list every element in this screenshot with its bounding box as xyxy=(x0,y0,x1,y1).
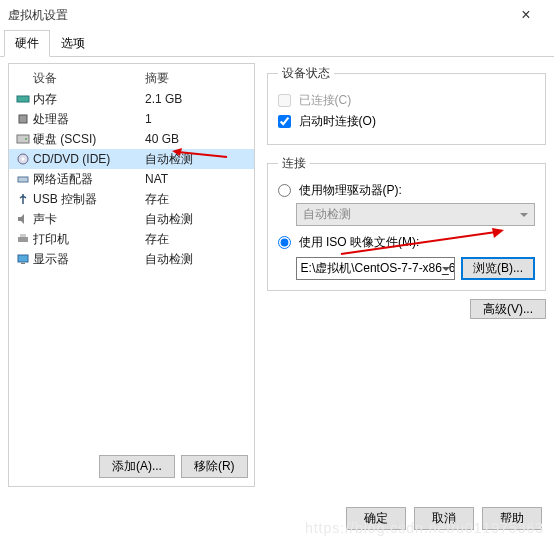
svg-point-5 xyxy=(22,158,25,161)
device-summary: 1 xyxy=(145,112,248,126)
device-summary: NAT xyxy=(145,172,248,186)
status-legend: 设备状态 xyxy=(278,65,334,82)
device-name: CD/DVD (IDE) xyxy=(33,152,145,166)
svg-rect-1 xyxy=(19,115,27,123)
svg-rect-6 xyxy=(18,177,28,182)
tab-hardware[interactable]: 硬件 xyxy=(4,30,50,57)
svg-rect-10 xyxy=(21,263,25,264)
titlebar: 虚拟机设置 × xyxy=(0,0,554,30)
connect-on-label: 启动时连接(O) xyxy=(299,113,376,130)
advanced-row: 高级(V)... xyxy=(267,301,546,318)
svg-rect-7 xyxy=(18,237,28,242)
connected-label: 已连接(C) xyxy=(299,92,352,109)
device-summary: 40 GB xyxy=(145,132,248,146)
list-item[interactable]: CD/DVD (IDE) 自动检测 xyxy=(9,149,254,169)
disk-icon xyxy=(15,132,31,146)
connection-legend: 连接 xyxy=(278,155,310,172)
device-summary: 2.1 GB xyxy=(145,92,248,106)
device-name: USB 控制器 xyxy=(33,191,145,208)
device-panel: 设备 摘要 内存 2.1 GB 处理器 1 硬盘 (SCSI) 40 GB CD… xyxy=(8,63,255,487)
tab-options[interactable]: 选项 xyxy=(50,30,96,57)
remove-button[interactable]: 移除(R) xyxy=(181,455,248,478)
add-button[interactable]: 添加(A)... xyxy=(99,455,175,478)
details-panel: 设备状态 已连接(C) 启动时连接(O) 连接 使用物理驱动器(P): 自动检测… xyxy=(255,63,546,487)
device-summary: 自动检测 xyxy=(145,211,248,228)
list-item[interactable]: 硬盘 (SCSI) 40 GB xyxy=(9,129,254,149)
device-list: 设备 摘要 内存 2.1 GB 处理器 1 硬盘 (SCSI) 40 GB CD… xyxy=(9,64,254,447)
iso-radio[interactable] xyxy=(278,236,291,249)
status-group: 设备状态 已连接(C) 启动时连接(O) xyxy=(267,65,546,145)
content-area: 设备 摘要 内存 2.1 GB 处理器 1 硬盘 (SCSI) 40 GB CD… xyxy=(0,57,554,493)
watermark: https://blog.csdn.net/u011975363 xyxy=(305,520,544,536)
iso-row: E:\虚拟机\CentOS-7-7-x86_64 浏览(B)... xyxy=(296,257,535,280)
device-summary: 存在 xyxy=(145,231,248,248)
network-icon xyxy=(15,172,31,186)
list-item[interactable]: 网络适配器 NAT xyxy=(9,169,254,189)
browse-button[interactable]: 浏览(B)... xyxy=(461,257,535,280)
usb-icon xyxy=(15,192,31,206)
cd-icon xyxy=(15,152,31,166)
list-header: 设备 摘要 xyxy=(9,64,254,89)
device-name: 声卡 xyxy=(33,211,145,228)
list-item[interactable]: USB 控制器 存在 xyxy=(9,189,254,209)
svg-point-3 xyxy=(25,138,27,140)
device-name: 打印机 xyxy=(33,231,145,248)
list-item[interactable]: 内存 2.1 GB xyxy=(9,89,254,109)
svg-rect-9 xyxy=(18,255,28,262)
close-icon[interactable]: × xyxy=(506,6,546,24)
header-summary: 摘要 xyxy=(145,70,248,87)
connected-row: 已连接(C) xyxy=(278,92,535,109)
connect-on-checkbox[interactable] xyxy=(278,115,291,128)
window-title: 虚拟机设置 xyxy=(8,7,506,24)
physical-label: 使用物理驱动器(P): xyxy=(299,182,402,199)
advanced-button[interactable]: 高级(V)... xyxy=(470,299,546,319)
svg-rect-0 xyxy=(17,96,29,102)
device-name: 处理器 xyxy=(33,111,145,128)
printer-icon xyxy=(15,232,31,246)
list-item[interactable]: 打印机 存在 xyxy=(9,229,254,249)
device-name: 显示器 xyxy=(33,251,145,268)
iso-label: 使用 ISO 映像文件(M): xyxy=(299,234,420,251)
header-device: 设备 xyxy=(15,70,145,87)
device-name: 内存 xyxy=(33,91,145,108)
list-item[interactable]: 显示器 自动检测 xyxy=(9,249,254,269)
device-name: 硬盘 (SCSI) xyxy=(33,131,145,148)
connection-group: 连接 使用物理驱动器(P): 自动检测 使用 ISO 映像文件(M): E:\虚… xyxy=(267,155,546,291)
connect-on-row[interactable]: 启动时连接(O) xyxy=(278,113,535,130)
physical-radio[interactable] xyxy=(278,184,291,197)
device-summary: 存在 xyxy=(145,191,248,208)
svg-rect-8 xyxy=(20,234,26,237)
memory-icon xyxy=(15,92,31,106)
list-item[interactable]: 处理器 1 xyxy=(9,109,254,129)
device-summary: 自动检测 xyxy=(145,151,248,168)
list-item[interactable]: 声卡 自动检测 xyxy=(9,209,254,229)
tab-bar: 硬件 选项 xyxy=(0,30,554,57)
device-summary: 自动检测 xyxy=(145,251,248,268)
sound-icon xyxy=(15,212,31,226)
connected-checkbox xyxy=(278,94,291,107)
cpu-icon xyxy=(15,112,31,126)
physical-radio-row[interactable]: 使用物理驱动器(P): xyxy=(278,182,535,199)
svg-rect-2 xyxy=(17,135,29,143)
device-name: 网络适配器 xyxy=(33,171,145,188)
add-remove-row: 添加(A)... 移除(R) xyxy=(9,447,254,486)
display-icon xyxy=(15,252,31,266)
physical-drive-select: 自动检测 xyxy=(296,203,535,226)
iso-radio-row[interactable]: 使用 ISO 映像文件(M): xyxy=(278,234,535,251)
iso-path-select[interactable]: E:\虚拟机\CentOS-7-7-x86_64 xyxy=(296,257,455,280)
